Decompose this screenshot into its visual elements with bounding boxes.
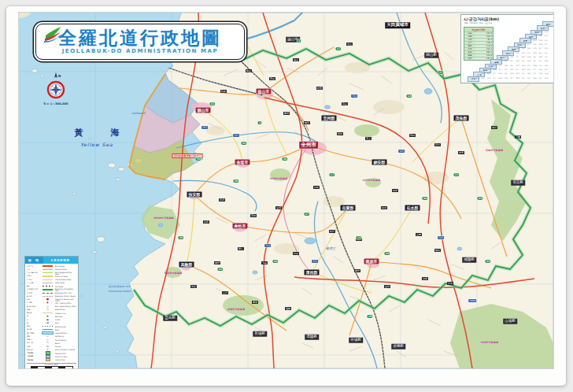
map-label: 長城郡 — [253, 331, 267, 337]
distance-matrix-value: 7.4 — [522, 47, 524, 49]
distance-matrix-value: 8.8 — [527, 68, 530, 70]
route-shield-blue: 721 — [312, 260, 318, 263]
distance-matrix-value: 1.2 — [505, 68, 507, 70]
map-label: 井邑市 — [233, 224, 248, 229]
distance-matrix-value: 1.8 — [516, 52, 519, 54]
distance-matrix-value: 8.0 — [493, 77, 495, 79]
map-label: 咸陽郡 — [462, 257, 476, 263]
legend-header: 범 례 LEGEND — [25, 257, 78, 264]
map-label: 所陽 — [337, 132, 343, 135]
map-label: 雲峰 — [422, 277, 428, 280]
distance-matrix-value: 10.1 — [493, 65, 496, 66]
map-label: 任實郡 — [341, 205, 356, 211]
distance-matrix-value: 7.6 — [545, 56, 547, 57]
map-label: 茂豊 — [515, 135, 521, 139]
distance-matrix-value: 2.3 — [545, 52, 547, 54]
distance-matrix-value: 1.7 — [533, 68, 535, 70]
distance-matrix-value: 6.8 — [510, 65, 512, 66]
legend-title-korean: 범 례 — [25, 258, 43, 262]
map-label: 蟠岩 — [434, 249, 441, 252]
major-city-distance-row: 서울252.5 — [464, 31, 493, 35]
map-label: 蟾津江 — [326, 247, 335, 250]
map-label: 求禮郡 — [391, 344, 405, 349]
distance-matrix-value: 18.0 — [522, 56, 525, 57]
map-canvas: 全羅北道行政地圖 JEOLLABUK-DO ADMINISTRATION MAP… — [19, 13, 553, 368]
map-label: 茂朱郡 — [454, 116, 469, 121]
map-label: 黃登 — [269, 77, 275, 80]
major-city-distance-row: 광주102.9 — [464, 44, 493, 47]
map-label: 七寶 — [261, 261, 268, 264]
map-label: 雙置 — [293, 252, 299, 255]
distance-matrix-value: 16.8 — [539, 43, 542, 45]
map-label: 益山市 — [257, 89, 272, 94]
distance-matrix-value: 12.4 — [516, 60, 519, 61]
distance-matrix-value: 15.6 — [516, 77, 519, 79]
map-label: 獒樹 — [354, 269, 360, 272]
distance-matrix-value: 11.2 — [533, 47, 536, 49]
map-label: 山清郡 — [503, 319, 517, 324]
distance-matrix-value: 13.6 — [499, 72, 502, 74]
distance-matrix-value: 10.3 — [516, 72, 519, 74]
compass-rose: N S = 1 : 300,000 — [38, 71, 74, 109]
map-label: 모악산도립공원 — [270, 178, 287, 180]
distance-matrix-value: 3.5 — [527, 65, 530, 66]
route-shield-blue: 711 — [233, 134, 239, 137]
distance-matrix-value: 7.7 — [527, 39, 530, 41]
distance-matrix-value: 2.1 — [522, 43, 524, 45]
map-label: 館村 — [329, 230, 335, 233]
north-arrow-icon — [54, 72, 57, 78]
distance-matrix-value: 12.9 — [545, 60, 548, 61]
map-label: 金池 — [384, 285, 390, 288]
distance-matrix-value: 3.2 — [522, 72, 524, 74]
map-label: 錦山郡 — [424, 53, 438, 58]
route-shield-blue: 725 — [398, 150, 405, 153]
distance-table: 시·군간거리표(km) 상단 : 거리(km) · 하단 : 소요시간 주요도시… — [460, 14, 553, 83]
distance-matrix-value: 18.2 — [545, 65, 548, 66]
map-label: 龍潭 — [409, 134, 416, 137]
map-label: 大田廣域市 — [385, 22, 410, 28]
map-label: 群山市 — [196, 108, 211, 113]
distance-matrix-value: 18.9 — [499, 77, 502, 79]
distance-matrix-value: 6.5 — [545, 27, 547, 28]
route-shield-blue: 707 — [201, 126, 208, 129]
distance-matrix-value: 11.3 — [475, 77, 479, 79]
map-label: 興德 — [214, 261, 220, 264]
distance-matrix-value: 16.5 — [533, 52, 536, 54]
map-label: 臨陂 — [220, 90, 227, 93]
distance-matrix-value: 4.1 — [539, 47, 542, 49]
map-label: 새만금방조제 — [131, 113, 146, 115]
distance-matrix-value: 6.2 — [539, 35, 542, 36]
map-label: 마이산도립공원 — [363, 179, 380, 182]
distance-matrix-value: 10.6 — [522, 65, 525, 66]
distance-table-title: 시·군간거리표(km) — [464, 17, 499, 21]
map-label: 蘆嶺 — [252, 301, 258, 304]
major-city-distance-row: 강릉316.8 — [464, 54, 493, 57]
distance-matrix-value: 5.0 — [516, 68, 519, 70]
title-banner: 全羅北道行政地圖 JEOLLABUK-DO ADMINISTRATION MAP — [35, 24, 245, 60]
distance-matrix-value: 14.4 — [533, 65, 536, 66]
legend-rows: 고속국도Expressway국도National Road국가지원지방도Nat'… — [25, 264, 78, 363]
distance-matrix-value: 8.5 — [522, 77, 524, 79]
distance-matrix-value: 4.5 — [487, 68, 490, 70]
map-label: 선운산도립공원 — [165, 272, 182, 275]
distance-matrix-value: 12.3 — [533, 77, 536, 79]
distance-matrix-value: 17.1 — [545, 35, 548, 36]
map-label: 곰소만(줄포만) 갯벌 — [109, 286, 130, 288]
distance-matrix-value: 5.9 — [533, 43, 535, 45]
scale-ratio-text: S = 1 : 300,000 — [38, 102, 74, 105]
distance-matrix-value: 2.0 — [539, 60, 542, 61]
distance-matrix-value: 17.7 — [516, 65, 519, 66]
distance-matrix-value: 4.4 — [545, 39, 547, 41]
map-label: 덕유산국립공원 — [486, 150, 503, 152]
jeonbuk-logo-icon — [43, 24, 63, 45]
map-label: 白雲 — [381, 206, 387, 209]
map-label: 泰仁 — [238, 247, 244, 250]
distance-matrix-value: 1.4 — [527, 77, 530, 79]
map-label: 龍池 — [250, 214, 257, 217]
map-label: 礪山 — [246, 69, 252, 72]
map-label: 雪川 — [491, 126, 497, 129]
map-label: 旺宮 — [316, 87, 323, 90]
map-label: 海里 — [190, 285, 197, 288]
svg-text:N: N — [58, 74, 61, 78]
map-label: Gomsoman Getbol — [109, 290, 131, 293]
